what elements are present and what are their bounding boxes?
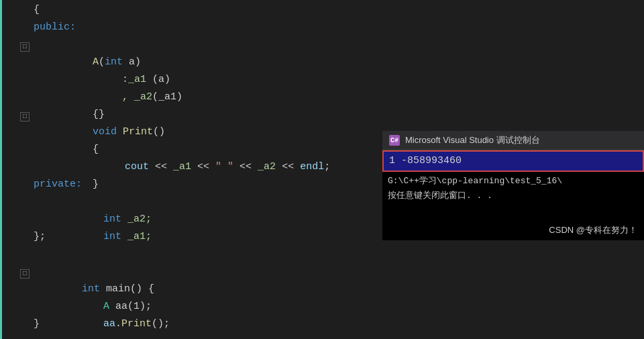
code-line: public: (0, 19, 644, 36)
code-token: Print (123, 126, 153, 138)
code-token: }; (34, 228, 46, 246)
code-token (117, 126, 123, 138)
console-title-text: Microsoft Visual Studio 调试控制台 (405, 134, 540, 146)
code-token: << (233, 161, 258, 173)
console-watermark: CSDN @专科在努力！ (382, 204, 644, 240)
code-line: □ void Print() (0, 106, 644, 124)
code-line: {} (0, 89, 644, 106)
code-line: A aa(1); (0, 281, 644, 298)
code-token: " " (215, 161, 233, 173)
code-line: , _a2(_a1) (0, 71, 644, 89)
console-path: G:\C++学习\cpp-learning\test_5_16\ (382, 172, 644, 189)
code-token: { (34, 1, 40, 19)
code-line: :_a1 (a) (0, 54, 644, 71)
code-line: aa.Print(); (0, 298, 644, 316)
collapse-icon[interactable]: □ (20, 269, 30, 279)
code-token: _a1; (127, 231, 152, 242)
code-token: endl (300, 161, 324, 173)
console-output-highlighted: 1 -858993460 (382, 150, 644, 172)
code-line: { (0, 1, 644, 19)
code-token: Print (121, 318, 152, 330)
console-app-icon: C# (389, 135, 400, 146)
code-token: public: (34, 19, 76, 36)
code-token: (_a1) (152, 91, 182, 103)
code-line: □ int main() { (0, 263, 644, 281)
console-body: 1 -858993460 G:\C++学习\cpp-learning\test_… (382, 150, 644, 240)
console-press-hint: 按任意键关闭此窗口. . . (382, 189, 644, 204)
code-token: () (153, 126, 165, 138)
code-token: private: (34, 176, 82, 193)
code-token: } (34, 316, 40, 333)
code-token: << (276, 161, 300, 173)
console-window: C# Microsoft Visual Studio 调试控制台 1 -8589… (382, 131, 644, 240)
line-gutter: □ (0, 112, 34, 122)
code-token: . (115, 318, 121, 330)
collapse-icon[interactable]: □ (20, 42, 30, 52)
code-token: aa (103, 318, 115, 330)
code-token (121, 231, 127, 242)
code-line: □ A(int a) (0, 36, 644, 54)
code-token: , _a2 (122, 91, 152, 103)
code-token: << (149, 161, 173, 173)
code-token: int (103, 231, 121, 242)
code-token: _a1 (173, 161, 191, 173)
left-accent-bar (0, 0, 2, 339)
code-token: } (93, 179, 99, 190)
code-token: ; (324, 161, 330, 173)
collapse-icon[interactable]: □ (20, 112, 30, 122)
console-title-bar: C# Microsoft Visual Studio 调试控制台 (382, 131, 644, 150)
line-gutter: □ (0, 42, 34, 52)
line-gutter: □ (0, 269, 34, 279)
console-icon-label: C# (390, 137, 398, 144)
code-token: << (191, 161, 215, 173)
code-token: (); (152, 318, 170, 330)
code-token: cout (125, 161, 149, 173)
code-token: _a2 (258, 161, 276, 173)
